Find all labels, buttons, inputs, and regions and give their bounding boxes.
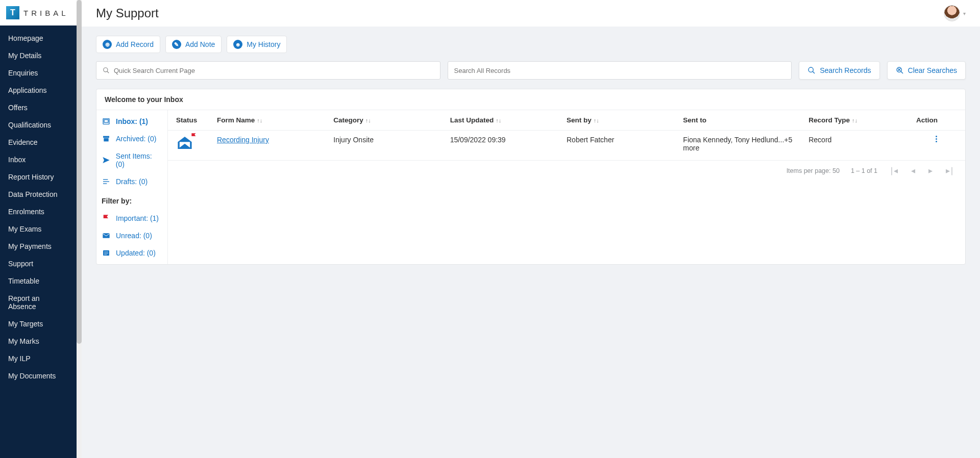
col-category[interactable]: Category↑↓ bbox=[333, 116, 450, 124]
chevron-down-icon: ▾ bbox=[963, 11, 966, 16]
page-title: My Support bbox=[96, 6, 159, 20]
nav-item-timetable[interactable]: Timetable bbox=[0, 272, 77, 290]
folder-inbox[interactable]: Inbox: (1) bbox=[102, 117, 162, 125]
svg-point-0 bbox=[104, 68, 108, 72]
open-mail-icon bbox=[176, 136, 193, 150]
scrollbar-thumb[interactable] bbox=[77, 0, 82, 344]
sidebar-scrollbar[interactable] bbox=[77, 0, 82, 458]
clear-searches-button[interactable]: Clear Searches bbox=[887, 61, 966, 80]
nav-item-homepage[interactable]: Homepage bbox=[0, 30, 77, 47]
last-page-button[interactable]: ▸∣ bbox=[945, 166, 955, 175]
action-toolbar: ⊕ Add Record ✎ Add Note ☻ My History bbox=[96, 36, 966, 53]
page-header: My Support ▾ bbox=[82, 0, 980, 27]
cell-record-type: Record bbox=[808, 136, 916, 144]
folder-archived[interactable]: Archived: (0) bbox=[102, 135, 162, 143]
search-records-label: Search Records bbox=[820, 66, 871, 74]
content-area: ⊕ Add Record ✎ Add Note ☻ My History bbox=[82, 27, 980, 458]
nav-item-data-protection[interactable]: Data Protection bbox=[0, 186, 77, 203]
nav-item-enquiries[interactable]: Enquiries bbox=[0, 64, 77, 82]
col-status[interactable]: Status bbox=[176, 116, 217, 124]
search-row: Search Records Clear Searches bbox=[96, 61, 966, 80]
nav-item-report-history[interactable]: Report History bbox=[0, 168, 77, 186]
nav-item-my-exams[interactable]: My Exams bbox=[0, 220, 77, 238]
filter-important[interactable]: Important: (1) bbox=[102, 214, 162, 222]
add-note-label: Add Note bbox=[185, 40, 215, 48]
svg-rect-9 bbox=[104, 120, 108, 122]
col-record-type[interactable]: Record Type↑↓ bbox=[808, 116, 916, 124]
col-sent-by[interactable]: Sent by↑↓ bbox=[567, 116, 683, 124]
paginator: Items per page: 50 1 – 1 of 1 ∣◂ ◂ ▸ ▸∣ bbox=[168, 161, 965, 181]
clear-searches-label: Clear Searches bbox=[908, 66, 958, 74]
filter-updated-label: Updated: (0) bbox=[116, 249, 156, 257]
quick-search-input[interactable] bbox=[114, 67, 434, 74]
folder-sent-label: Sent Items: (0) bbox=[116, 152, 162, 168]
cell-sent-to: Fiona Kennedy, Tony Hedlund...+5 more bbox=[683, 136, 808, 152]
svg-point-2 bbox=[808, 67, 813, 72]
archive-icon bbox=[102, 135, 111, 143]
search-icon bbox=[103, 67, 110, 74]
primary-nav: Homepage My Details Enquiries Applicatio… bbox=[0, 26, 77, 389]
inbox-panel: Welcome to your Inbox Inbox: (1) bbox=[96, 89, 966, 265]
first-page-button[interactable]: ∣◂ bbox=[889, 166, 899, 175]
folder-sent[interactable]: Sent Items: (0) bbox=[102, 152, 162, 168]
nav-item-offers[interactable]: Offers bbox=[0, 99, 77, 116]
records-grid: Status Form Name↑↓ Category↑↓ Last Updat… bbox=[168, 110, 965, 264]
svg-rect-16 bbox=[103, 250, 109, 256]
plus-circle-icon: ⊕ bbox=[103, 40, 112, 49]
all-records-search-input[interactable] bbox=[454, 67, 786, 74]
nav-item-my-targets[interactable]: My Targets bbox=[0, 315, 77, 333]
search-icon bbox=[807, 66, 816, 74]
more-vert-icon bbox=[936, 136, 937, 142]
nav-item-my-marks[interactable]: My Marks bbox=[0, 333, 77, 350]
add-record-label: Add Record bbox=[116, 40, 154, 48]
form-name-link[interactable]: Recording Injury bbox=[217, 136, 269, 144]
all-records-search-field[interactable] bbox=[448, 61, 792, 80]
mail-icon bbox=[102, 232, 111, 240]
my-history-button[interactable]: ☻ My History bbox=[227, 36, 287, 53]
filter-unread[interactable]: Unread: (0) bbox=[102, 232, 162, 240]
next-page-button[interactable]: ▸ bbox=[927, 166, 934, 175]
prev-page-button[interactable]: ◂ bbox=[910, 166, 916, 175]
quick-search-field[interactable] bbox=[96, 61, 440, 80]
items-per-page[interactable]: Items per page: 50 bbox=[787, 167, 840, 174]
nav-item-evidence[interactable]: Evidence bbox=[0, 134, 77, 151]
filter-unread-label: Unread: (0) bbox=[116, 232, 152, 240]
add-note-button[interactable]: ✎ Add Note bbox=[165, 36, 222, 53]
flag-icon bbox=[190, 133, 198, 140]
nav-item-inbox[interactable]: Inbox bbox=[0, 151, 77, 168]
col-sent-to[interactable]: Sent to bbox=[683, 116, 808, 124]
sort-icon: ↑↓ bbox=[852, 117, 857, 123]
cell-sent-by: Robert Fatcher bbox=[567, 136, 683, 144]
nav-item-my-ilp[interactable]: My ILP bbox=[0, 350, 77, 367]
nav-item-applications[interactable]: Applications bbox=[0, 82, 77, 99]
brand-mark: T bbox=[6, 6, 19, 19]
folder-drafts[interactable]: Drafts: (0) bbox=[102, 177, 162, 186]
svg-line-5 bbox=[901, 71, 903, 73]
nav-item-report-absence[interactable]: Report an Absence bbox=[0, 290, 77, 315]
sort-icon: ↑↓ bbox=[365, 117, 371, 123]
row-actions-menu[interactable] bbox=[916, 136, 957, 142]
folder-inbox-label: Inbox: (1) bbox=[116, 117, 148, 125]
grid-header: Status Form Name↑↓ Category↑↓ Last Updat… bbox=[168, 110, 965, 131]
filter-by-label: Filter by: bbox=[102, 197, 162, 205]
col-last-updated[interactable]: Last Updated↑↓ bbox=[450, 116, 567, 124]
nav-item-qualifications[interactable]: Qualifications bbox=[0, 116, 77, 134]
nav-item-enrolments[interactable]: Enrolments bbox=[0, 203, 77, 220]
cell-status bbox=[176, 136, 217, 150]
nav-item-support[interactable]: Support bbox=[0, 255, 77, 272]
main: My Support ▾ ⊕ Add Record ✎ Add Note ☻ M… bbox=[82, 0, 980, 458]
nav-item-my-details[interactable]: My Details bbox=[0, 47, 77, 64]
inbox-icon bbox=[102, 117, 111, 125]
note-plus-icon: ✎ bbox=[172, 40, 181, 49]
col-form-name[interactable]: Form Name↑↓ bbox=[217, 116, 333, 124]
svg-line-3 bbox=[813, 71, 815, 73]
sort-icon: ↑↓ bbox=[496, 117, 501, 123]
add-record-button[interactable]: ⊕ Add Record bbox=[96, 36, 160, 53]
filter-updated[interactable]: Updated: (0) bbox=[102, 249, 162, 257]
nav-item-my-documents[interactable]: My Documents bbox=[0, 367, 77, 385]
search-records-button[interactable]: Search Records bbox=[799, 61, 879, 80]
user-menu[interactable]: ▾ bbox=[944, 5, 966, 21]
brand-name: TRIBAL bbox=[23, 9, 69, 17]
cell-category: Injury Onsite bbox=[333, 136, 450, 144]
nav-item-my-payments[interactable]: My Payments bbox=[0, 238, 77, 255]
